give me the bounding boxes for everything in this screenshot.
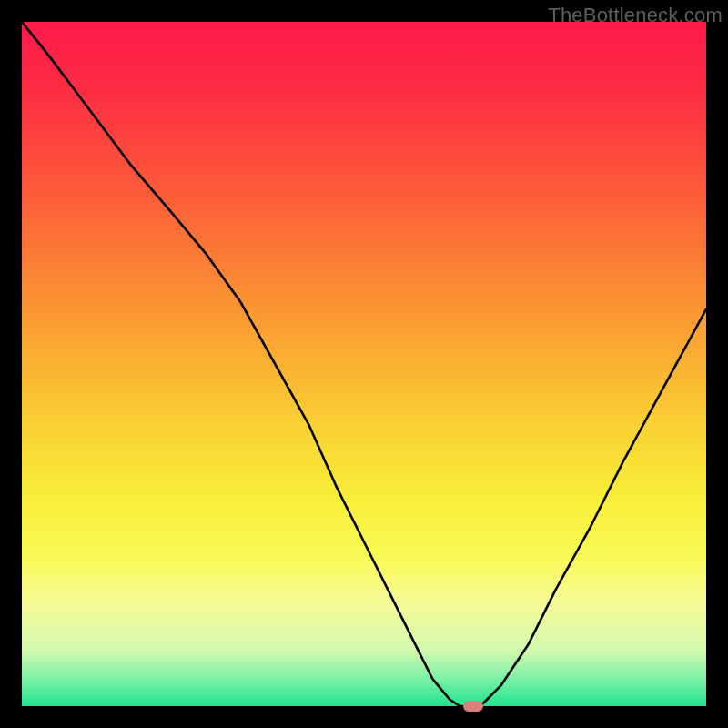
gradient-background (22, 22, 706, 706)
svg-rect-0 (22, 22, 706, 706)
chart-frame: TheBottleneck.com (0, 0, 728, 728)
plot-area (22, 22, 706, 706)
